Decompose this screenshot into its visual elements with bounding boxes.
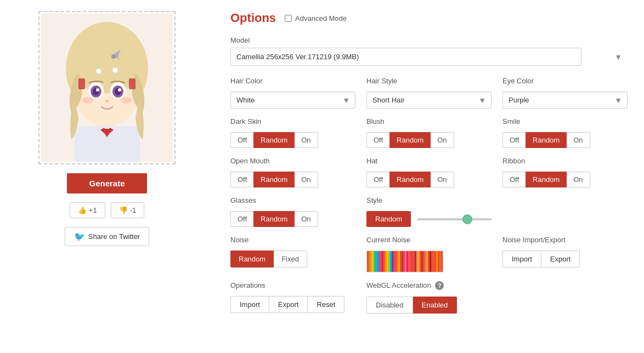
advanced-mode-text: Advanced Mode [295, 14, 347, 22]
operations-import-button[interactable]: Import [230, 296, 269, 313]
current-noise-label: Current Noise [366, 236, 492, 244]
noise-import-export-label: Noise Import/Export [502, 236, 628, 244]
smile-on-button[interactable]: On [567, 132, 590, 148]
open-mouth-toggle: Off Random On [230, 172, 355, 187]
glasses-off-button[interactable]: Off [230, 211, 253, 227]
hat-on-button[interactable]: On [431, 172, 454, 187]
webgl-group: WebGL Acceleration ? Disabled Enabled [366, 281, 492, 314]
operations-reset-button[interactable]: Reset [307, 296, 344, 313]
hair-style-select[interactable]: Short Hair [366, 92, 492, 109]
avatar-image [41, 14, 173, 162]
dark-skin-random-button[interactable]: Random [253, 132, 295, 148]
svg-point-19 [82, 97, 93, 104]
hat-off-button[interactable]: Off [366, 172, 389, 187]
dark-skin-toggle: Off Random On [230, 132, 355, 148]
model-select-wrapper: Camellia 256x256 Ver.171219 (9.9MB) ▼ [230, 48, 628, 66]
svg-point-10 [112, 67, 118, 73]
open-mouth-random-button[interactable]: Random [253, 172, 295, 187]
dark-skin-off-button[interactable]: Off [230, 132, 253, 148]
blush-group: Blush Off Random On [366, 117, 492, 148]
noise-toggle: Random Fixed [230, 250, 355, 267]
noise-fixed-button[interactable]: Fixed [274, 250, 307, 267]
hair-color-select-wrapper: White ▼ [230, 92, 355, 109]
twitter-label: Share on Twitter [88, 232, 140, 241]
ribbon-group: Ribbon Off Random On [502, 157, 628, 187]
glasses-on-button[interactable]: On [295, 211, 318, 227]
open-mouth-on-button[interactable]: On [295, 172, 318, 187]
dark-skin-group: Dark Skin Off Random On [230, 117, 355, 148]
webgl-label: WebGL Acceleration ? [366, 281, 492, 290]
svg-point-18 [118, 88, 121, 92]
svg-point-9 [96, 69, 101, 74]
open-mouth-label: Open Mouth [230, 157, 355, 165]
blush-toggle: Off Random On [366, 132, 492, 148]
noise-import-export-buttons: Import Export [502, 250, 628, 267]
glasses-toggle: Off Random On [230, 211, 355, 227]
model-label: Model [230, 36, 628, 44]
avatar-container [38, 11, 176, 164]
eye-color-label: Eye Color [502, 77, 628, 85]
glasses-group: Glasses Off Random On [230, 196, 355, 227]
smile-random-button[interactable]: Random [526, 132, 567, 148]
webgl-info-icon[interactable]: ? [435, 281, 444, 290]
open-mouth-group: Open Mouth Off Random On [230, 157, 355, 187]
downvote-button[interactable]: 👎 -1 [111, 202, 145, 218]
operations-export-button[interactable]: Export [269, 296, 308, 313]
model-select[interactable]: Camellia 256x256 Ver.171219 (9.9MB) [230, 48, 581, 66]
webgl-enabled-button[interactable]: Enabled [413, 297, 457, 314]
left-panel: Generate 👍 +1 👎 -1 🐦 Share on Twitter [0, 0, 214, 353]
open-mouth-off-button[interactable]: Off [230, 172, 253, 187]
hair-color-group: Hair Color White ▼ [230, 77, 355, 109]
blush-off-button[interactable]: Off [366, 132, 389, 148]
blush-random-button[interactable]: Random [389, 132, 431, 148]
ribbon-off-button[interactable]: Off [502, 172, 526, 187]
svg-rect-21 [78, 78, 85, 89]
advanced-mode-label[interactable]: Advanced Mode [285, 14, 347, 22]
webgl-disabled-button[interactable]: Disabled [366, 297, 413, 314]
style-slider[interactable] [417, 218, 492, 220]
glasses-random-button[interactable]: Random [253, 211, 295, 227]
ribbon-on-button[interactable]: On [567, 172, 590, 187]
share-twitter-button[interactable]: 🐦 Share on Twitter [65, 227, 149, 246]
smile-off-button[interactable]: Off [502, 132, 526, 148]
style-random-button[interactable]: Random [366, 211, 411, 227]
hair-style-select-wrapper: Short Hair ▼ [366, 92, 492, 109]
noise-group: Noise Random Fixed [230, 236, 355, 272]
toggle-row-1: Dark Skin Off Random On Blush Off Random… [230, 117, 628, 148]
twitter-icon: 🐦 [74, 231, 85, 242]
dark-skin-on-button[interactable]: On [295, 132, 318, 148]
style-group: Style Random [366, 196, 492, 227]
noise-import-button[interactable]: Import [502, 250, 541, 267]
model-section: Model Camellia 256x256 Ver.171219 (9.9MB… [230, 36, 628, 66]
noise-label: Noise [230, 236, 355, 244]
upvote-button[interactable]: 👍 +1 [70, 202, 105, 218]
blush-on-button[interactable]: On [431, 132, 454, 148]
noise-section: Noise Random Fixed Current Noise Noise I… [230, 236, 628, 272]
svg-point-25 [111, 54, 116, 59]
noise-export-button[interactable]: Export [541, 250, 580, 267]
webgl-toggle: Disabled Enabled [366, 297, 492, 314]
advanced-mode-checkbox[interactable] [285, 15, 292, 22]
hat-random-button[interactable]: Random [389, 172, 431, 187]
generate-button[interactable]: Generate [67, 173, 146, 193]
appearance-options-row: Hair Color White ▼ Hair Style Short Hair… [230, 77, 628, 109]
ribbon-toggle: Off Random On [502, 172, 628, 187]
bottom-section: Operations Import Export Reset WebGL Acc… [230, 281, 628, 314]
noise-random-button[interactable]: Random [230, 250, 274, 267]
svg-point-20 [121, 97, 132, 104]
current-noise-group: Current Noise [366, 236, 492, 272]
operations-buttons: Import Export Reset [230, 296, 355, 313]
eye-color-group: Eye Color Purple ▼ [502, 77, 628, 109]
ribbon-random-button[interactable]: Random [526, 172, 567, 187]
hair-color-select[interactable]: White [230, 92, 355, 109]
smile-label: Smile [502, 117, 628, 126]
thumbs-up-icon: 👍 [78, 206, 87, 214]
toggle-row-3: Glasses Off Random On Style Random [230, 196, 628, 227]
hat-toggle: Off Random On [366, 172, 492, 187]
eye-color-select[interactable]: Purple [502, 92, 628, 109]
toggle-row-2: Open Mouth Off Random On Hat Off Random … [230, 157, 628, 187]
glasses-label: Glasses [230, 196, 355, 204]
eye-color-select-wrapper: Purple ▼ [502, 92, 628, 109]
thumbs-down-icon: 👎 [119, 206, 128, 214]
blush-label: Blush [366, 117, 492, 126]
